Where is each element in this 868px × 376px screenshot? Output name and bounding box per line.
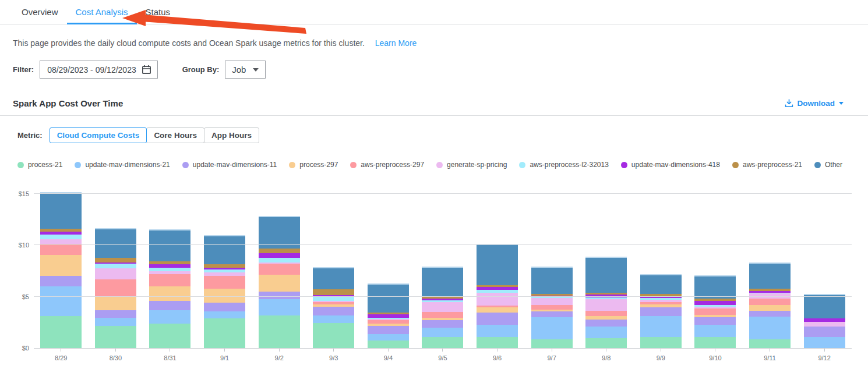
bar-segment-aws-preprocess-l2-32013[interactable] (95, 264, 136, 268)
legend-item-process-21[interactable]: process-21 (17, 161, 62, 169)
bar-segment-process-21[interactable] (313, 323, 354, 348)
bar-segment-update-mav-dimensions-11[interactable] (149, 301, 190, 310)
stacked-bar-9/8[interactable] (585, 257, 627, 348)
bar-segment-update-mav-dimensions-11[interactable] (204, 303, 245, 311)
bar-segment-aws-preprocess-297[interactable] (749, 299, 791, 305)
bar-segment-update-mav-dimensions-21[interactable] (477, 325, 518, 336)
bar-segment-update-mav-dimensions-21[interactable] (804, 337, 845, 348)
bar-segment-aws-preprocess-l2-32013[interactable] (40, 235, 82, 239)
group-by-select[interactable]: Job (225, 61, 266, 79)
bar-segment-update-mav-dimensions-21[interactable] (40, 286, 82, 316)
bar-segment-process-297[interactable] (95, 296, 136, 310)
bar-segment-Other[interactable] (368, 285, 409, 313)
stacked-bar-9/3[interactable] (313, 267, 354, 348)
bar-segment-aws-preprocess-21[interactable] (313, 289, 354, 295)
bar-segment-update-mav-dimensions-21[interactable] (368, 334, 409, 340)
bar-segment-update-mav-dimensions-11[interactable] (477, 313, 518, 325)
bar-segment-update-mav-dimensions-11[interactable] (804, 327, 845, 337)
bar-segment-process-297[interactable] (149, 286, 190, 301)
bar-segment-aws-preprocess-21[interactable] (95, 258, 136, 263)
bar-segment-generate-sp-pricing[interactable] (40, 239, 82, 244)
bar-segment-aws-preprocess-297[interactable] (531, 305, 573, 310)
bar-segment-aws-preprocess-297[interactable] (422, 312, 463, 318)
metric-option-core-hours[interactable]: Core Hours (146, 127, 204, 143)
bar-segment-Other[interactable] (585, 258, 627, 292)
bar-segment-process-21[interactable] (204, 318, 245, 348)
bar-segment-generate-sp-pricing[interactable] (531, 298, 573, 304)
bar-segment-process-21[interactable] (422, 337, 463, 348)
download-button[interactable]: Download (785, 99, 844, 108)
learn-more-link[interactable]: Learn More (375, 38, 417, 48)
bar-segment-Other[interactable] (749, 264, 791, 288)
bar-segment-update-mav-dimensions-11[interactable] (749, 311, 791, 317)
bar-segment-update-mav-dimensions-21[interactable] (422, 328, 463, 337)
bar-segment-Other[interactable] (259, 217, 300, 249)
bar-segment-Other[interactable] (313, 268, 354, 289)
bar-segment-generate-sp-pricing[interactable] (95, 268, 136, 279)
legend-item-aws-preprocess-l2-32013[interactable]: aws-preprocess-l2-32013 (519, 161, 608, 169)
bar-segment-update-mav-dimensions-11[interactable] (95, 310, 136, 318)
legend-item-aws-preprocess-21[interactable]: aws-preprocess-21 (732, 161, 802, 169)
bar-segment-update-mav-dimensions-11[interactable] (368, 326, 409, 334)
tab-overview[interactable]: Overview (13, 1, 67, 24)
stacked-bar-9/11[interactable] (749, 263, 791, 348)
stacked-bar-9/5[interactable] (422, 267, 463, 348)
bar-segment-process-297[interactable] (40, 255, 82, 276)
bar-segment-update-mav-dimensions-21[interactable] (149, 310, 190, 324)
legend-item-process-297[interactable]: process-297 (289, 161, 338, 169)
stacked-bar-8/31[interactable] (149, 229, 190, 348)
bar-segment-Other[interactable] (804, 295, 845, 318)
legend-item-update-mav-dimensions-418[interactable]: update-mav-dimensions-418 (621, 161, 720, 169)
bar-segment-Other[interactable] (40, 193, 82, 229)
bar-segment-process-21[interactable] (149, 324, 190, 348)
bar-segment-update-mav-dimensions-418[interactable] (694, 301, 736, 305)
bar-segment-update-mav-dimensions-418[interactable] (259, 253, 300, 258)
bar-segment-Other[interactable] (477, 245, 518, 285)
bar-segment-aws-preprocess-297[interactable] (585, 311, 627, 316)
stacked-bar-9/4[interactable] (368, 283, 409, 348)
tab-status[interactable]: Status (137, 1, 179, 24)
bar-segment-update-mav-dimensions-11[interactable] (694, 317, 736, 325)
bar-segment-update-mav-dimensions-21[interactable] (259, 299, 300, 315)
metric-option-cloud-compute-costs[interactable]: Cloud Compute Costs (50, 127, 147, 143)
bar-segment-update-mav-dimensions-21[interactable] (585, 327, 627, 338)
bar-segment-aws-preprocess-l2-32013[interactable] (259, 258, 300, 263)
bar-segment-update-mav-dimensions-21[interactable] (640, 316, 682, 337)
bar-segment-update-mav-dimensions-21[interactable] (313, 315, 354, 322)
bar-segment-Other[interactable] (149, 230, 190, 261)
bar-segment-update-mav-dimensions-21[interactable] (531, 317, 573, 339)
bar-segment-update-mav-dimensions-11[interactable] (640, 307, 682, 316)
bar-segment-process-21[interactable] (694, 337, 736, 348)
bar-segment-update-mav-dimensions-11[interactable] (313, 307, 354, 315)
legend-item-update-mav-dimensions-21[interactable]: update-mav-dimensions-21 (75, 161, 170, 169)
bar-segment-process-21[interactable] (585, 338, 627, 348)
bar-segment-aws-preprocess-297[interactable] (204, 276, 245, 289)
bar-segment-generate-sp-pricing[interactable] (477, 293, 518, 306)
bar-segment-Other[interactable] (204, 236, 245, 264)
bar-segment-aws-preprocess-297[interactable] (40, 244, 82, 255)
bar-segment-update-mav-dimensions-11[interactable] (40, 276, 82, 286)
bar-segment-Other[interactable] (640, 275, 682, 295)
stacked-bar-9/1[interactable] (204, 235, 245, 348)
bar-segment-update-mav-dimensions-11[interactable] (585, 320, 627, 327)
bar-segment-update-mav-dimensions-21[interactable] (204, 311, 245, 318)
bar-segment-process-21[interactable] (368, 340, 409, 348)
bar-segment-update-mav-dimensions-21[interactable] (694, 325, 736, 337)
bar-segment-process-21[interactable] (95, 326, 136, 348)
bar-segment-Other[interactable] (95, 229, 136, 258)
legend-item-update-mav-dimensions-11[interactable]: update-mav-dimensions-11 (182, 161, 277, 169)
metric-option-app-hours[interactable]: App Hours (204, 127, 259, 143)
bar-segment-process-21[interactable] (40, 316, 82, 348)
legend-item-Other[interactable]: Other (814, 161, 842, 169)
legend-item-aws-preprocess-297[interactable]: aws-preprocess-297 (350, 161, 424, 169)
stacked-bar-9/7[interactable] (531, 267, 573, 348)
bar-segment-process-297[interactable] (477, 307, 518, 313)
stacked-bar-9/12[interactable] (804, 294, 845, 348)
date-range-picker[interactable]: 08/29/2023 - 09/12/2023 (40, 61, 158, 79)
bar-segment-update-mav-dimensions-11[interactable] (422, 320, 463, 327)
tab-cost-analysis[interactable]: Cost Analysis (67, 1, 137, 24)
bar-segment-aws-preprocess-l2-32013[interactable] (313, 297, 354, 301)
bar-segment-aws-preprocess-297[interactable] (694, 308, 736, 315)
bar-segment-update-mav-dimensions-11[interactable] (259, 292, 300, 299)
bar-segment-generate-sp-pricing[interactable] (422, 302, 463, 312)
